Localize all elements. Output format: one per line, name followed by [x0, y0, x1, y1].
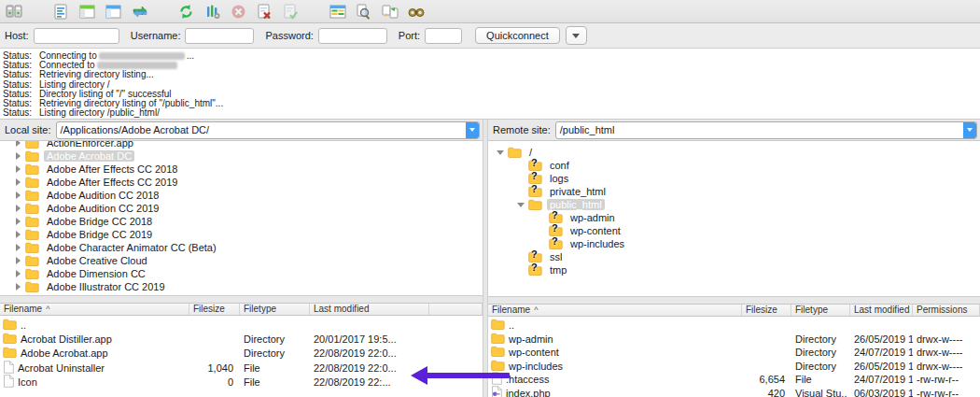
expand-triangle-icon[interactable] [13, 270, 22, 277]
tree-item[interactable]: / [488, 146, 980, 159]
expand-triangle-icon[interactable] [13, 141, 22, 147]
reconnect-icon [284, 4, 298, 20]
toolbar-remote-treeview-button[interactable] [105, 3, 122, 21]
tree-item[interactable]: ?conf [488, 159, 980, 172]
toolbar-site-manager-button[interactable] [6, 3, 23, 21]
expand-triangle-icon[interactable] [13, 231, 22, 238]
tree-item[interactable]: Adobe After Effects CC 2019 [0, 176, 483, 189]
tree-item[interactable]: Adobe Audition CC 2018 [0, 189, 483, 202]
folder-icon [25, 141, 40, 149]
tree-item[interactable]: Adobe Audition CC 2019 [0, 202, 483, 215]
expand-triangle-icon[interactable] [13, 205, 22, 212]
column-header-filesize[interactable]: Filesize [742, 305, 791, 316]
toolbar-synchronized-browsing-button[interactable] [381, 3, 399, 21]
toolbar-transfer-queue-button[interactable] [131, 3, 148, 21]
tree-item[interactable]: ?wp-admin [488, 211, 980, 224]
tree-item[interactable]: ActionEnforcer.app [0, 141, 483, 149]
tree-item[interactable]: ?private_html [488, 185, 980, 198]
tree-item[interactable] [0, 293, 483, 295]
toolbar-process-queue-button[interactable] [203, 3, 221, 21]
expand-triangle-icon[interactable] [13, 191, 22, 199]
file-row[interactable]: index.php420Visual Stu..06/03/2019 1...-… [488, 387, 980, 397]
file-row[interactable]: .htaccess6,654File24/07/2019 1...-rw-rw-… [488, 373, 980, 387]
collapse-triangle-icon[interactable] [516, 203, 525, 207]
file-row[interactable]: wp-adminDirectory26/05/2019 1...drwx-w--… [488, 333, 980, 347]
folder-icon [25, 229, 40, 240]
column-header-filesize[interactable]: Filesize [189, 304, 240, 315]
expand-triangle-icon[interactable] [13, 165, 22, 173]
folder-icon [3, 319, 17, 332]
toolbar-directory-comparison-button[interactable] [329, 3, 346, 21]
expand-triangle-icon[interactable] [13, 283, 22, 291]
pane-splitter-horizontal[interactable] [488, 296, 980, 304]
expand-triangle-icon[interactable] [13, 218, 22, 225]
column-header-filetype[interactable]: Filetype [791, 305, 850, 316]
file-row[interactable]: .. [0, 318, 483, 332]
tree-item[interactable]: ?ssl [488, 250, 980, 263]
column-header-filename[interactable]: Filename^ [488, 305, 742, 316]
quickconnect-bar: Host: Username: Password: Port: Quickcon… [0, 23, 980, 49]
tree-item[interactable]: Adobe Bridge CC 2019 [0, 228, 483, 241]
local-site-combobox[interactable]: /Applications/Adobe Acrobat DC/ [56, 121, 480, 139]
local-pane: Local site: /Applications/Adobe Acrobat … [0, 120, 483, 397]
collapse-triangle-icon[interactable] [496, 150, 505, 155]
file-name: Acrobat Uninstaller [18, 362, 105, 374]
tree-item[interactable]: Adobe Dimension CC [0, 267, 483, 280]
toolbar-search-button[interactable] [407, 3, 425, 21]
question-mark-badge: ? [531, 170, 538, 181]
toolbar-local-treeview-button[interactable] [78, 3, 96, 21]
expand-triangle-icon[interactable] [13, 178, 22, 186]
username-input[interactable] [185, 28, 254, 44]
file-row[interactable]: wp-includesDirectory26/05/2019 1...drwx-… [488, 360, 980, 374]
port-input[interactable] [425, 28, 462, 44]
question-mark-badge: ? [552, 235, 558, 247]
tree-item[interactable]: Adobe Illustrator CC 2019 [0, 280, 483, 293]
tree-item[interactable]: Adobe After Effects CC 2018 [0, 163, 483, 176]
tree-item[interactable]: ?wp-content [488, 224, 980, 237]
status-message-log: Status:Connecting to...Status:Connected … [0, 49, 980, 120]
tree-item[interactable]: ?logs [488, 172, 980, 185]
quickconnect-button[interactable]: Quickconnect [475, 27, 560, 44]
pane-splitter-horizontal[interactable] [0, 295, 483, 303]
file-row[interactable]: Icon0File22/08/2019 22:... [0, 376, 483, 390]
remote-site-combobox[interactable]: /public_html [555, 121, 977, 139]
cancel-icon [231, 4, 246, 20]
local-site-label: Local site: [5, 124, 51, 135]
column-header-permissions[interactable]: Permissions [913, 305, 980, 316]
column-header-filename[interactable]: Filename^ [0, 304, 189, 315]
toolbar-disconnect-button[interactable] [256, 3, 273, 21]
file-row[interactable]: Acrobat Uninstaller1,040File22/08/2019 2… [0, 361, 483, 375]
tree-item[interactable]: ?wp-includes [488, 237, 980, 250]
tree-item-label: Adobe Illustrator CC 2019 [44, 281, 168, 292]
sort-ascending-icon: ^ [46, 305, 49, 314]
toolbar-refresh-button[interactable] [177, 3, 195, 21]
remote-site-dropdown-button[interactable] [963, 122, 976, 138]
file-type-cell: File [791, 374, 850, 385]
sort-ascending-icon: ^ [534, 305, 538, 315]
tree-item[interactable]: Adobe Character Animator CC (Beta) [0, 241, 483, 254]
column-header-blank[interactable] [429, 304, 483, 315]
tree-item[interactable]: Adobe Acrobat DC [0, 149, 483, 163]
folder-icon [491, 360, 505, 373]
quickconnect-dropdown-button[interactable] [566, 26, 587, 45]
column-header-filetype[interactable]: Filetype [240, 304, 310, 315]
file-row[interactable]: wp-contentDirectory24/07/2019 1...drwx-w… [488, 346, 980, 360]
tree-item[interactable]: Adobe Creative Cloud [0, 254, 483, 267]
local-site-dropdown-button[interactable] [466, 122, 479, 138]
file-row[interactable]: .. [488, 319, 980, 333]
synchronized-browsing-icon [382, 4, 399, 20]
expand-triangle-icon[interactable] [13, 152, 22, 160]
expand-triangle-icon[interactable] [13, 244, 22, 251]
tree-item[interactable]: public_html [488, 198, 980, 211]
column-header-last-modified[interactable]: Last modified [310, 304, 429, 315]
toolbar-message-log-button[interactable] [52, 3, 70, 21]
file-row[interactable]: Acrobat Distiller.appDirectory20/01/2017… [0, 332, 483, 346]
password-input[interactable] [318, 28, 387, 44]
tree-item[interactable]: ?tmp [488, 263, 980, 276]
tree-item[interactable]: Adobe Bridge CC 2018 [0, 215, 483, 228]
file-row[interactable]: Adobe Acrobat.appDirectory22/08/2019 22:… [0, 347, 483, 361]
column-header-last-modified[interactable]: Last modified [850, 305, 913, 316]
host-input[interactable] [34, 28, 119, 44]
toolbar-find-files-button[interactable] [355, 3, 372, 21]
expand-triangle-icon[interactable] [13, 257, 22, 264]
